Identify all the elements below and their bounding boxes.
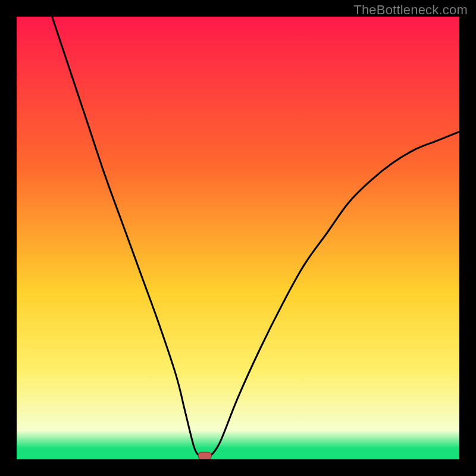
- gradient-background: [17, 17, 459, 459]
- plot-area: [17, 17, 459, 459]
- bottleneck-chart: [17, 17, 459, 459]
- chart-container: TheBottleneck.com: [0, 0, 476, 476]
- optimal-marker: [198, 452, 211, 459]
- watermark-text: TheBottleneck.com: [353, 2, 468, 18]
